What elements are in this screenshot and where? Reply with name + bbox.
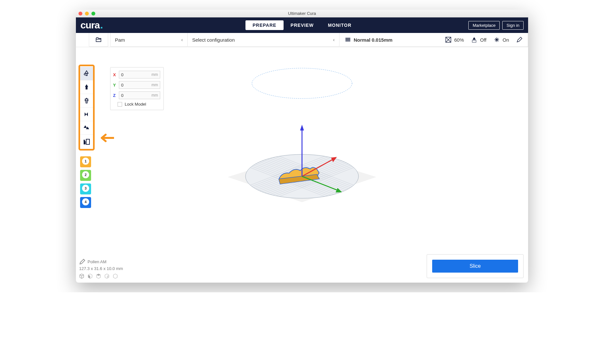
x-position-input[interactable]: 0 mm <box>119 71 160 78</box>
model-name: Pollen AM <box>88 259 107 264</box>
extruder-badge: 4 <box>82 198 89 205</box>
support-icon <box>471 36 477 43</box>
arrow-annotation-icon <box>98 133 114 144</box>
extruder-3-button[interactable]: 3 <box>80 183 91 194</box>
extruder-selector: 1 2 3 4 <box>78 156 95 208</box>
adhesion-icon <box>494 36 500 43</box>
view-top-button[interactable] <box>96 274 101 279</box>
tab-preview[interactable]: PREVIEW <box>284 20 321 30</box>
chevron-left-icon: ‹ <box>181 37 183 42</box>
adhesion-value: On <box>503 37 509 43</box>
move-tool-panel: X 0 mm Y 0 mm Z 0 mm Lock Model <box>110 67 164 110</box>
unit-label: mm <box>151 93 158 98</box>
x-axis-label: X <box>113 72 117 77</box>
config-bar: Pam ‹ Select configuration ‹ Normal 0.01… <box>76 33 528 47</box>
y-axis-label: Y <box>113 83 117 88</box>
svg-rect-4 <box>472 40 476 42</box>
y-value: 0 <box>121 83 123 88</box>
support-blocker-tool-button[interactable] <box>80 135 93 148</box>
move-tool-button[interactable] <box>80 67 93 80</box>
svg-rect-1 <box>346 39 350 40</box>
extruder-1-button[interactable]: 1 <box>80 156 91 167</box>
infill-group: 60% <box>445 36 464 43</box>
infill-value: 60% <box>454 37 464 43</box>
extruder-2-button[interactable]: 2 <box>80 170 91 181</box>
profile-value: Normal 0.015mm <box>354 37 392 43</box>
scale-tool-button[interactable] <box>80 80 93 94</box>
print-settings-bar[interactable]: Normal 0.015mm 60% Off On <box>339 33 528 47</box>
view-orientation-controls <box>79 274 123 279</box>
infill-icon <box>445 36 452 43</box>
window-title: Ultimaker Cura <box>288 11 316 16</box>
z-position-input[interactable]: 0 mm <box>119 91 160 99</box>
lock-model-checkbox[interactable] <box>118 102 122 107</box>
svg-rect-2 <box>346 41 350 42</box>
model-info-panel: Pollen AM 127.3 x 31.6 x 10.0 mm <box>79 258 123 279</box>
unit-label: mm <box>151 83 158 87</box>
tool-bar <box>80 67 93 148</box>
layers-icon <box>345 36 351 43</box>
lock-model-label: Lock Model <box>125 102 146 107</box>
printer-name: Pam <box>115 37 125 43</box>
svg-rect-41 <box>86 139 89 144</box>
mirror-tool-button[interactable] <box>80 108 93 121</box>
close-window-button[interactable] <box>78 12 82 16</box>
pencil-icon <box>516 36 523 43</box>
stage-tabs: PREPARE PREVIEW MONITOR <box>245 20 359 30</box>
view-left-button[interactable] <box>104 274 109 279</box>
z-axis-label: Z <box>113 93 117 98</box>
extruder-4-button[interactable]: 4 <box>80 197 91 208</box>
open-file-button[interactable] <box>89 33 108 47</box>
tool-highlight-annotation <box>78 65 95 151</box>
pencil-icon <box>79 258 86 265</box>
x-value: 0 <box>121 72 123 77</box>
marketplace-button[interactable]: Marketplace <box>468 21 500 30</box>
y-position-input[interactable]: 0 mm <box>119 81 160 89</box>
svg-rect-40 <box>84 141 86 144</box>
adhesion-group: On <box>494 36 509 43</box>
support-group: Off <box>471 36 486 43</box>
folder-open-icon <box>95 36 102 43</box>
logo-text: cura <box>80 20 99 31</box>
sign-in-button[interactable]: Sign in <box>502 21 524 30</box>
per-model-settings-button[interactable] <box>80 121 93 135</box>
unit-label: mm <box>151 72 158 77</box>
svg-rect-39 <box>86 87 88 89</box>
model-dimensions: 127.3 x 31.6 x 10.0 mm <box>79 266 123 271</box>
tab-prepare[interactable]: PREPARE <box>245 20 284 30</box>
minimize-window-button[interactable] <box>85 12 89 16</box>
support-value: Off <box>480 37 486 43</box>
svg-marker-34 <box>300 125 304 130</box>
app-header: cura. PREPARE PREVIEW MONITOR Marketplac… <box>76 17 528 33</box>
extruder-badge: 1 <box>82 158 89 165</box>
slice-button[interactable]: Slice <box>432 260 518 273</box>
chevron-left-icon: ‹ <box>333 37 335 42</box>
configuration-label: Select configuration <box>192 37 235 43</box>
view-front-button[interactable] <box>88 274 93 279</box>
printer-selector[interactable]: Pam ‹ <box>110 33 188 47</box>
svg-rect-0 <box>346 38 350 39</box>
view-right-button[interactable] <box>113 274 118 279</box>
z-value: 0 <box>121 93 123 98</box>
extruder-badge: 3 <box>82 185 89 192</box>
zoom-window-button[interactable] <box>91 12 95 16</box>
profile-group: Normal 0.015mm <box>345 36 392 43</box>
slice-panel: Slice <box>427 254 524 278</box>
configuration-selector[interactable]: Select configuration ‹ <box>188 33 339 47</box>
edit-settings-button[interactable] <box>516 36 523 43</box>
build-volume-top-icon <box>252 68 352 99</box>
app-logo: cura. <box>80 20 103 31</box>
window-titlebar: Ultimaker Cura <box>76 10 528 17</box>
view-iso-button[interactable] <box>79 274 84 279</box>
extruder-badge: 2 <box>82 171 89 178</box>
tab-monitor[interactable]: MONITOR <box>321 20 359 30</box>
rotate-tool-button[interactable] <box>80 94 93 108</box>
